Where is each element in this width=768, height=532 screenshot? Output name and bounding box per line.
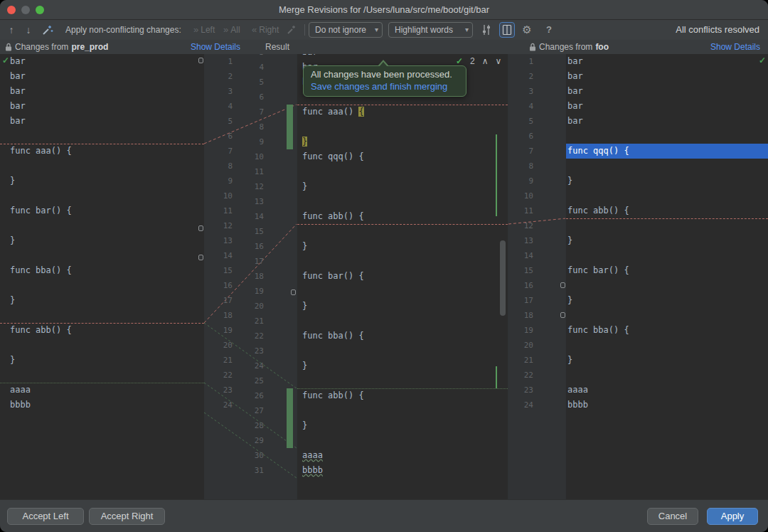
right-show-details-link[interactable]: Show Details <box>710 40 760 54</box>
result-code-line <box>297 314 508 329</box>
result-line-number: 10 <box>240 149 270 164</box>
right-line-number: 14 <box>508 248 539 263</box>
left-line-number: 18 <box>204 308 238 323</box>
apply-button[interactable]: Apply <box>707 508 758 525</box>
result-code-line <box>297 164 508 179</box>
help-button[interactable]: ? <box>542 20 556 40</box>
result-line-number: 26 <box>240 388 270 403</box>
apply-left-button[interactable]: »Left <box>193 20 215 40</box>
viewer-settings-sliders-icon[interactable] <box>481 24 492 36</box>
result-code-line: } <box>297 179 508 194</box>
right-code-line: bbbb <box>566 398 768 413</box>
result-line-number: 15 <box>240 224 270 239</box>
magic-resolve-disabled-icon[interactable] <box>286 24 297 36</box>
left-show-details-link[interactable]: Show Details <box>191 40 240 54</box>
result-editor[interactable]: barbarbarfunc aaa() {}func qqq() {}func … <box>297 54 508 499</box>
left-line-number: 15 <box>204 263 238 278</box>
titlebar: Merge Revisions for /Users/luna/src/me/b… <box>0 0 768 20</box>
lock-icon <box>5 43 12 51</box>
right-line-number: 5 <box>508 114 539 129</box>
result-code-line: func aaa() { <box>297 105 508 119</box>
left-code-line <box>0 159 204 174</box>
chevron-down-icon: ▾ <box>465 23 469 37</box>
gear-icon[interactable]: ⚙ <box>520 20 534 40</box>
left-code-line <box>0 278 204 293</box>
chevron-up-icon[interactable]: ∧ <box>482 56 489 66</box>
next-change-button[interactable]: ↓ <box>21 20 36 40</box>
left-line-number: 8 <box>204 159 238 174</box>
left-panel-branch: pre_prod <box>71 42 108 52</box>
left-line-number: 2 <box>204 69 238 84</box>
result-line-number: 20 <box>240 299 270 314</box>
conflicts-resolved-status: All conflicts resolved <box>676 20 759 40</box>
apply-all-button[interactable]: »All <box>223 20 240 40</box>
gutter-change-marker[interactable] <box>198 255 203 260</box>
applied-change-stripe <box>287 388 293 448</box>
result-code-line <box>297 403 508 418</box>
result-line-number: 30 <box>240 448 270 463</box>
left-line-number: 3 <box>204 84 238 99</box>
left-code-lines: barbarbarbarbarfunc aaa() {}func bar() {… <box>0 54 204 413</box>
right-line-number: 2 <box>508 69 539 84</box>
right-line-number: 24 <box>508 398 539 413</box>
accept-left-button[interactable]: Accept Left <box>7 508 84 525</box>
gutter-change-marker[interactable] <box>291 289 296 295</box>
right-line-number: 19 <box>508 323 539 338</box>
right-code-line <box>566 308 768 323</box>
panel-headers: Changes frompre_prod Show Details Result… <box>0 40 768 54</box>
right-code-line: bar <box>566 114 768 129</box>
accept-right-button[interactable]: Accept Right <box>89 508 165 525</box>
right-line-number: 20 <box>508 338 539 353</box>
change-separator-dashed <box>297 224 508 225</box>
result-line-number: 14 <box>240 209 270 224</box>
result-line-number: 23 <box>240 344 270 358</box>
applied-separator-dotted <box>297 388 508 389</box>
ignore-policy-dropdown[interactable]: Do not ignore ▾ <box>309 22 383 38</box>
left-code-line: func bba() { <box>0 263 204 278</box>
applied-separator-dotted <box>0 383 204 383</box>
apply-right-button[interactable]: «Right <box>252 20 279 40</box>
left-code-line <box>0 129 204 144</box>
left-editor[interactable]: barbarbarbarbarfunc aaa() {}func bar() {… <box>0 54 204 499</box>
left-line-number: 4 <box>204 99 238 114</box>
gutter-change-marker[interactable] <box>560 282 565 288</box>
save-and-finish-merging-link[interactable]: Save changes and finish merging <box>311 80 459 92</box>
left-code-line: bar <box>0 114 204 129</box>
right-code-line: func qqq() { <box>566 144 768 159</box>
balloon-message: All changes have been processed. <box>311 68 459 80</box>
result-line-number: 13 <box>240 194 270 209</box>
result-scrollbar[interactable] <box>500 240 506 316</box>
right-code-line <box>566 368 768 383</box>
chevron-down-icon[interactable]: ∨ <box>496 56 502 66</box>
result-code-line: } <box>297 239 508 254</box>
right-line-number: 1 <box>508 54 539 69</box>
right-code-lines: barbarbarbarbarfunc qqq() {}func abb() {… <box>566 54 768 413</box>
cancel-button[interactable]: Cancel <box>647 508 698 525</box>
gutter-change-marker[interactable] <box>198 58 203 63</box>
left-code-line: } <box>0 293 204 308</box>
applied-change-stripe <box>287 105 293 149</box>
result-panel-title: Result <box>265 40 289 54</box>
result-line-number: 12 <box>240 179 270 194</box>
left-line-numbers: 123456789101112131415161718192021222324 <box>204 54 238 413</box>
result-code-line: bbbb <box>297 463 508 478</box>
result-code-line: func abb() { <box>297 209 508 224</box>
left-panel-title: Changes frompre_prod <box>15 40 108 54</box>
right-editor[interactable]: barbarbarbarbarfunc qqq() {}func abb() {… <box>565 54 768 499</box>
change-navigator: ✓ 2 ∧ ∨ <box>456 56 501 66</box>
all-changes-processed-balloon: All changes have been processed. Save ch… <box>303 65 466 97</box>
applied-edge-indicator <box>496 134 497 216</box>
previous-change-button[interactable]: ↑ <box>4 20 18 40</box>
diff-toolbar: ↑ ↓ Apply non-conflicting changes: »Left… <box>0 20 768 40</box>
highlight-mode-dropdown[interactable]: Highlight words ▾ <box>388 22 473 38</box>
result-line-number: 7 <box>240 105 270 119</box>
left-line-number: 23 <box>204 383 238 398</box>
left-code-line: } <box>0 233 204 248</box>
magic-resolve-icon[interactable] <box>41 23 54 36</box>
left-code-line: func aaa() { <box>0 144 204 159</box>
side-by-side-viewer-toggle[interactable] <box>499 22 515 38</box>
merge-dialog-window: Merge Revisions for /Users/luna/src/me/b… <box>0 0 768 532</box>
gutter-change-marker[interactable] <box>560 312 565 318</box>
right-code-line <box>566 218 768 233</box>
gutter-change-marker[interactable] <box>198 225 203 231</box>
